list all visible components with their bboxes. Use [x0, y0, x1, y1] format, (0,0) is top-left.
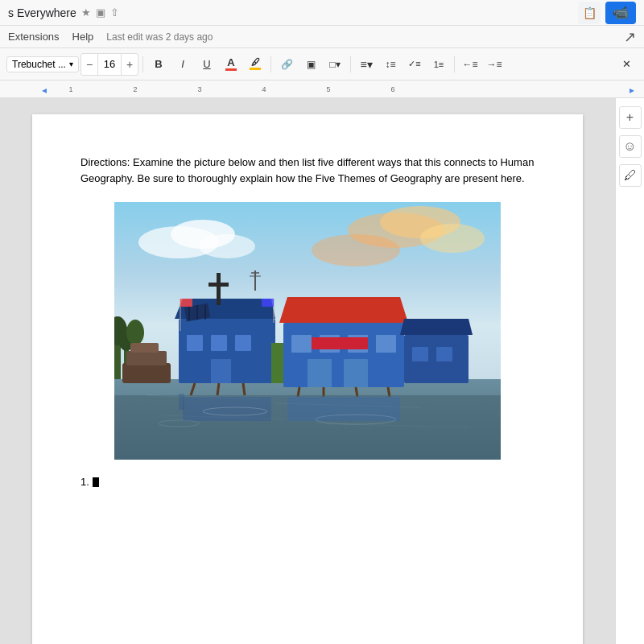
ruler-mark-2: 2 — [103, 85, 167, 93]
comment-button[interactable]: □▾ — [324, 53, 346, 76]
sidebar-add-button[interactable]: + — [619, 106, 642, 129]
svg-marker-55 — [400, 319, 473, 335]
svg-marker-39 — [279, 297, 408, 323]
svg-rect-68 — [262, 299, 274, 307]
font-size-increase[interactable]: + — [122, 54, 138, 75]
link-button[interactable]: 🔗 — [275, 53, 298, 76]
indent-more-button[interactable]: →≡ — [483, 53, 506, 76]
svg-rect-19 — [122, 363, 171, 383]
image-container — [114, 202, 501, 460]
svg-point-3 — [199, 234, 255, 258]
svg-rect-60 — [287, 397, 400, 421]
comment-icon: 🖊 — [624, 168, 637, 183]
ruler-ticks: 1 2 3 4 5 6 — [39, 85, 425, 93]
checklist-button[interactable]: ✓≡ — [403, 53, 426, 76]
title-bar-right: 📋 📹 — [578, 2, 636, 24]
svg-rect-44 — [308, 359, 332, 387]
document-title: s Everywhere — [8, 6, 76, 19]
svg-rect-24 — [187, 335, 203, 351]
ruler-mark-6: 6 — [361, 85, 425, 93]
ruler-mark-3: 3 — [167, 85, 232, 93]
document-page[interactable]: Directions: Examine the picture below an… — [32, 114, 583, 644]
highlight-indicator: 🖊 — [250, 58, 261, 70]
font-name: Trebuchet ... — [12, 59, 66, 70]
plus-icon: + — [626, 110, 634, 125]
svg-rect-46 — [312, 337, 368, 349]
svg-rect-66 — [180, 299, 192, 307]
highlight-button[interactable]: 🖊 — [244, 53, 266, 76]
main-area: Directions: Examine the picture below an… — [0, 98, 644, 644]
menu-extensions[interactable]: Extensions — [8, 31, 60, 43]
floating-village-image — [114, 202, 501, 460]
highlight-icon: 🖊 — [251, 58, 260, 67]
svg-rect-21 — [130, 343, 159, 353]
numbered-list-button[interactable]: 1≡ — [427, 53, 450, 76]
emoji-icon: ☺ — [623, 139, 636, 154]
title-bar-left: s Everywhere ★ ▣ ⇧ — [8, 6, 578, 19]
svg-rect-61 — [179, 394, 184, 410]
toolbar-separator-4 — [454, 56, 455, 72]
clear-format-button[interactable]: ✕ — [615, 53, 638, 76]
ruler: ◂ 1 2 3 4 5 6 ▸ — [0, 80, 644, 98]
list-item-1: 1. — [80, 476, 535, 488]
line-spacing-button[interactable]: ↕≡ — [379, 53, 402, 76]
svg-rect-59 — [183, 397, 271, 421]
svg-rect-25 — [211, 335, 227, 351]
italic-button[interactable]: I — [171, 53, 194, 76]
sidebar-emoji-button[interactable]: ☺ — [619, 135, 642, 158]
menu-bar: Extensions Help Last edit was 2 days ago… — [0, 26, 644, 48]
document-area[interactable]: Directions: Examine the picture below an… — [0, 98, 615, 644]
svg-rect-40 — [291, 335, 312, 353]
right-sidebar: + ☺ 🖊 — [615, 98, 644, 644]
ruler-mark-1: 1 — [39, 85, 103, 93]
item-1-label: 1. — [80, 476, 89, 488]
font-color-indicator: A — [225, 57, 237, 71]
font-color-button[interactable]: A — [220, 53, 242, 76]
font-size-value[interactable]: 16 — [97, 54, 122, 75]
svg-rect-26 — [235, 335, 251, 351]
ruler-mark-4: 4 — [232, 85, 296, 93]
sidebar-comment-button[interactable]: 🖊 — [619, 164, 642, 187]
ruler-left-margin[interactable]: ◂ — [42, 85, 47, 96]
directions-text: Directions: Examine the picture below an… — [80, 155, 535, 186]
svg-point-7 — [312, 234, 400, 266]
ruler-mark-5: 5 — [296, 85, 361, 93]
last-edit-text: Last edit was 2 days ago — [106, 31, 213, 43]
svg-rect-20 — [126, 351, 167, 365]
svg-point-18 — [126, 320, 144, 345]
font-size-decrease[interactable]: − — [81, 54, 97, 75]
star-icon[interactable]: ★ — [81, 6, 91, 19]
highlight-color-bar — [250, 68, 261, 70]
indent-less-button[interactable]: ←≡ — [459, 53, 481, 76]
svg-rect-56 — [412, 347, 428, 361]
svg-rect-43 — [376, 335, 396, 353]
font-size-control: − 16 + — [80, 53, 138, 76]
svg-rect-45 — [344, 359, 368, 387]
video-button[interactable]: 📹 — [605, 2, 636, 24]
svg-line-48 — [217, 383, 219, 395]
font-dropdown-icon[interactable]: ▾ — [69, 60, 73, 68]
share-icon[interactable]: ⇧ — [110, 6, 119, 19]
svg-rect-27 — [211, 359, 231, 383]
trend-icon: ↗ — [624, 28, 636, 46]
svg-rect-28 — [217, 273, 221, 305]
ruler-inner: ◂ 1 2 3 4 5 6 ▸ — [0, 80, 644, 97]
align-button[interactable]: ≡▾ — [355, 53, 378, 76]
toolbar: Trebuchet ... ▾ − 16 + B I U A 🖊 🔗 ▣ □▾ … — [0, 48, 644, 80]
toolbar-separator-2 — [270, 56, 271, 72]
bold-button[interactable]: B — [147, 53, 170, 76]
font-selector[interactable]: Trebuchet ... ▾ — [6, 56, 79, 72]
doc-icon[interactable]: ▣ — [96, 6, 105, 19]
text-cursor — [93, 477, 99, 487]
menu-help[interactable]: Help — [72, 31, 94, 43]
svg-line-49 — [243, 383, 245, 395]
svg-rect-57 — [436, 347, 452, 361]
toolbar-separator-3 — [350, 56, 351, 72]
toolbar-separator-1 — [142, 56, 143, 72]
title-bar: s Everywhere ★ ▣ ⇧ 📋 📹 — [0, 0, 644, 26]
image-button[interactable]: ▣ — [299, 53, 322, 76]
meet-icon[interactable]: 📋 — [578, 2, 601, 24]
underline-button[interactable]: U — [196, 53, 218, 76]
ruler-right-margin[interactable]: ▸ — [630, 85, 634, 96]
font-color-bar — [225, 68, 237, 71]
